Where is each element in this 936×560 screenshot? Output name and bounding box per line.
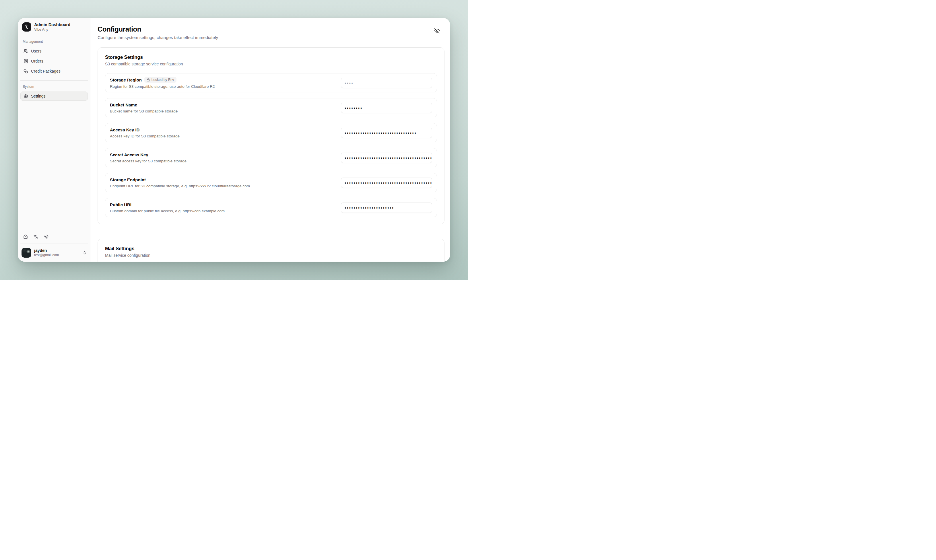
field-secret-access-key: Secret Access Key Secret access key for … — [105, 148, 437, 167]
coins-icon — [23, 69, 28, 74]
app-window: Admin Dashboard Vibe Any Management User… — [18, 18, 450, 262]
sun-icon — [44, 234, 48, 239]
sidebar-nav-management: Users Orders — [20, 46, 88, 76]
storage-fields: Storage Region Locked by Env — [105, 73, 437, 217]
card-title: Mail Settings — [105, 246, 437, 252]
access-key-id-input[interactable]: •••••••••••••••••••••••••••••••• — [341, 128, 432, 138]
sidebar-nav-system: Settings — [20, 92, 88, 101]
sidebar-item-label: Users — [31, 49, 42, 53]
field-label: Public URL — [110, 202, 133, 207]
user-email: test@gmail.com — [34, 253, 80, 257]
storage-region-input[interactable]: •••• — [341, 78, 432, 88]
secret-access-key-input[interactable]: •••••••••••••••••••••••••••••••••••••••• — [341, 152, 432, 163]
card-subtitle: Mail service configuration — [105, 253, 437, 258]
field-description: Region for S3 compatible storage, use au… — [110, 85, 215, 89]
field-label: Bucket Name — [110, 102, 137, 107]
app-title: Admin Dashboard — [34, 22, 70, 27]
sidebar-user-divider — [20, 243, 88, 244]
sidebar-divider — [20, 80, 88, 81]
storage-settings-card: Storage Settings S3 compatible storage s… — [97, 47, 445, 225]
field-info: Storage Endpoint Endpoint URL for S3 com… — [110, 177, 250, 188]
field-info: Storage Region Locked by Env — [110, 77, 215, 89]
sidebar-section-system: System — [20, 85, 88, 89]
field-info: Access Key ID Access key ID for S3 compa… — [110, 128, 180, 138]
field-label: Access Key ID — [110, 128, 139, 132]
masked-value: •••••••••••••••••••••••••••••••••••••••• — [345, 153, 432, 163]
field-label: Storage Region — [110, 77, 142, 82]
badge-label: Locked by Env — [151, 78, 174, 82]
masked-value: •••••••••••••••••••••• — [345, 203, 394, 213]
field-storage-endpoint: Storage Endpoint Endpoint URL for S3 com… — [105, 173, 437, 192]
mail-settings-card: Mail Settings Mail service configuration — [97, 239, 445, 262]
field-bucket-name: Bucket Name Bucket name for S3 compatibl… — [105, 98, 437, 117]
app-logo-icon — [22, 22, 31, 32]
field-description: Endpoint URL for S3 compatible storage, … — [110, 184, 250, 188]
field-info: Secret Access Key Secret access key for … — [110, 152, 186, 163]
field-description: Bucket name for S3 compatible storage — [110, 109, 178, 113]
receipt-icon — [23, 59, 28, 63]
field-description: Access key ID for S3 compatible storage — [110, 134, 180, 138]
masked-value: •••••••••••••••••••••••••••••••••••••••• — [345, 178, 432, 188]
user-name: jayden — [34, 248, 80, 253]
users-icon — [23, 49, 28, 53]
card-subtitle: S3 compatible storage service configurat… — [105, 62, 437, 66]
field-info: Public URL Custom domain for public file… — [110, 202, 225, 213]
user-menu[interactable]: jayden test@gmail.com — [20, 247, 88, 258]
public-url-input[interactable]: •••••••••••••••••••••• — [341, 203, 432, 213]
masked-value: •••• — [345, 78, 354, 88]
lock-icon — [146, 78, 150, 82]
masked-value: •••••••••••••••••••••••••••••••• — [345, 128, 417, 138]
app-titles: Admin Dashboard Vibe Any — [34, 22, 70, 32]
toggle-secrets-visibility-button[interactable] — [433, 26, 442, 35]
page-title: Configuration — [97, 25, 218, 34]
main-content: Configuration Configure the system setti… — [90, 18, 450, 262]
sidebar-item-users[interactable]: Users — [20, 46, 88, 55]
app-subtitle: Vibe Any — [34, 28, 70, 32]
page-header-text: Configuration Configure the system setti… — [97, 25, 218, 40]
card-title: Storage Settings — [105, 54, 437, 60]
sidebar-item-label: Credit Packages — [31, 69, 60, 74]
home-button[interactable] — [22, 233, 29, 241]
field-info: Bucket Name Bucket name for S3 compatibl… — [110, 102, 178, 113]
sidebar-item-settings[interactable]: Settings — [20, 92, 88, 101]
page-header: Configuration Configure the system setti… — [97, 25, 445, 40]
field-description: Secret access key for S3 compatible stor… — [110, 159, 186, 163]
bucket-name-input[interactable]: •••••••• — [341, 103, 432, 113]
avatar — [22, 248, 31, 258]
page-subtitle: Configure the system settings, changes t… — [97, 35, 218, 40]
sidebar: Admin Dashboard Vibe Any Management User… — [18, 18, 90, 262]
sidebar-item-label: Settings — [31, 94, 46, 98]
theme-button[interactable] — [42, 233, 50, 241]
storage-endpoint-input[interactable]: •••••••••••••••••••••••••••••••••••••••• — [341, 178, 432, 188]
language-button[interactable] — [32, 233, 40, 241]
field-label: Secret Access Key — [110, 152, 148, 157]
home-icon — [23, 234, 28, 239]
sidebar-footer-icons — [20, 233, 88, 241]
sidebar-item-label: Orders — [31, 59, 43, 63]
app-header[interactable]: Admin Dashboard Vibe Any — [20, 22, 88, 32]
field-label: Storage Endpoint — [110, 177, 146, 182]
field-storage-region: Storage Region Locked by Env — [105, 73, 437, 92]
field-description: Custom domain for public file access, e.… — [110, 209, 225, 213]
sidebar-item-orders[interactable]: Orders — [20, 57, 88, 66]
desktop-background: Admin Dashboard Vibe Any Management User… — [0, 0, 468, 280]
user-meta: jayden test@gmail.com — [34, 248, 80, 257]
eye-off-icon — [434, 28, 440, 34]
sidebar-spacer — [20, 101, 88, 233]
masked-value: •••••••• — [345, 103, 363, 113]
gear-icon — [23, 94, 28, 98]
field-public-url: Public URL Custom domain for public file… — [105, 198, 437, 217]
chevrons-up-down-icon — [83, 251, 87, 255]
sidebar-section-management: Management — [20, 40, 88, 44]
sidebar-item-credit-packages[interactable]: Credit Packages — [20, 66, 88, 76]
language-icon — [34, 234, 38, 239]
field-access-key-id: Access Key ID Access key ID for S3 compa… — [105, 123, 437, 142]
locked-by-env-badge: Locked by Env — [144, 77, 177, 83]
